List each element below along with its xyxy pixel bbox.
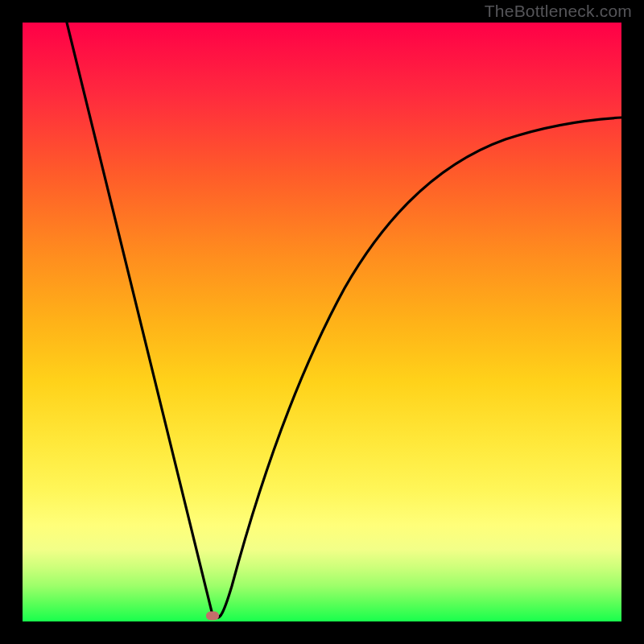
plot-area: [23, 23, 621, 621]
watermark-text: TheBottleneck.com: [485, 2, 632, 21]
minimum-marker: [206, 612, 219, 621]
bottleneck-curve: [67, 23, 621, 617]
curve-layer: [23, 23, 621, 621]
chart-frame: TheBottleneck.com: [0, 0, 644, 644]
